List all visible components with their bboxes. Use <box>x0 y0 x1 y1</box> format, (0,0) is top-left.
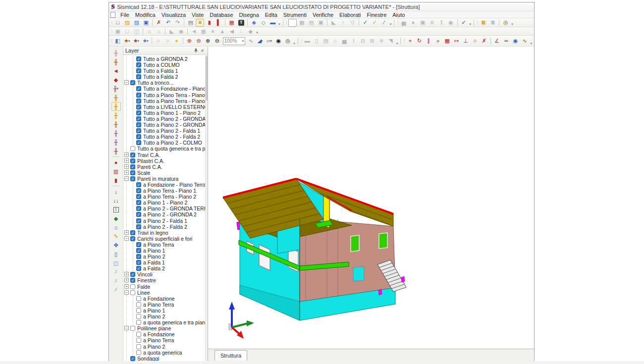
layer-scrollbar[interactable] <box>205 55 208 362</box>
menu-aiuto[interactable]: Aiuto <box>389 12 408 18</box>
truss2-icon[interactable]: ⌂ <box>155 27 163 35</box>
expand-icon[interactable]: + <box>124 170 129 175</box>
layer-row[interactable]: ✓a Piano Terra - Piano 1 <box>123 188 205 194</box>
layer-row[interactable]: ✓a Fondazione <box>123 296 205 302</box>
zoom-all-icon[interactable]: ◎ <box>284 37 292 46</box>
region-icon[interactable]: ○ <box>471 37 479 46</box>
layer-checkbox[interactable]: ✓ <box>136 128 141 133</box>
light-b-icon[interactable]: ○ <box>163 37 172 46</box>
layer-checkbox[interactable]: ✓ <box>130 284 135 289</box>
database-edit-icon[interactable]: ≣ <box>488 19 497 27</box>
close-build-icon[interactable]: ⊞ <box>368 37 376 46</box>
layer-checkbox[interactable]: ✓ <box>130 153 135 157</box>
brush-icon[interactable]: ∿ <box>521 37 529 46</box>
explode-icon[interactable]: ✗ <box>480 37 488 46</box>
wall-red-icon[interactable]: ▌ <box>215 19 223 27</box>
cannon-tool-icon[interactable]: ◄ <box>190 27 198 35</box>
layer-checkbox[interactable]: ✓ <box>130 236 135 241</box>
save-icon[interactable]: ▣ <box>142 19 150 27</box>
collapse-icon[interactable]: − <box>124 290 129 295</box>
layer-checkbox[interactable]: ✓ <box>136 308 141 313</box>
group-icon[interactable]: ◉ <box>511 37 520 46</box>
layer-row[interactable]: ✓Tutto a COLMO <box>123 62 205 68</box>
layer-row[interactable]: −✓Pareti in muratura <box>123 176 205 182</box>
terrain-icon[interactable]: ◆ <box>111 214 121 223</box>
layer-row[interactable]: ✓a Piano 2 <box>123 254 205 260</box>
redo-icon[interactable]: ↷ <box>173 19 182 27</box>
image-tool-icon[interactable]: ▣ <box>317 19 325 27</box>
layer-checkbox[interactable]: ✓ <box>136 242 141 247</box>
named-view-icon[interactable]: ★▾ <box>132 37 141 46</box>
check-options-icon[interactable]: ✓ <box>361 19 370 27</box>
layer-row[interactable]: +✓Scale <box>123 170 205 176</box>
layer-row[interactable]: +✓Finestre <box>123 277 205 283</box>
layer-checkbox[interactable]: ✓ <box>130 164 135 169</box>
layer-row[interactable]: −✓Linee <box>123 290 205 296</box>
layer-row[interactable]: ✓Tutto a Piano 2 - GRONDA 2 <box>123 122 205 128</box>
layer-checkbox[interactable]: ✓ <box>130 80 135 85</box>
layer-row[interactable]: ✓Tutto a Fondazione - Piano Terra <box>123 86 205 92</box>
layer-checkbox[interactable]: ✓ <box>130 290 135 295</box>
gear-build-icon[interactable]: ※ <box>377 37 386 46</box>
layer-row[interactable]: ✓a Fondazione <box>123 331 205 337</box>
layer-row[interactable]: ✓a Piano Terra <box>123 242 205 248</box>
layer-row[interactable]: ✓Tutto a Falda 2 <box>123 74 205 80</box>
collapse-icon[interactable]: − <box>124 326 129 330</box>
window-frame2-icon[interactable]: ◫ <box>111 259 121 267</box>
corner-build-icon[interactable]: ◥ <box>386 37 395 46</box>
layer-checkbox[interactable]: ✓ <box>136 86 141 91</box>
layer-checkbox[interactable]: ✓ <box>136 68 141 73</box>
layer-checkbox[interactable]: ✓ <box>136 188 141 193</box>
sphere-red-icon[interactable]: ● <box>111 158 121 167</box>
layer-checkbox[interactable]: ✓ <box>136 212 141 217</box>
layer-row[interactable]: −✓Tutto a tronco... <box>123 80 205 86</box>
mirror-icon[interactable]: ∥ <box>425 37 433 46</box>
preview-icon[interactable]: ▤ <box>186 19 195 27</box>
foundation-build-icon[interactable]: ▅ <box>340 37 349 46</box>
layer-row[interactable]: ✓a Piano 1 <box>123 308 205 313</box>
orbit-icon[interactable]: ✤ <box>111 241 121 250</box>
layer-checkbox[interactable]: ✓ <box>136 134 141 139</box>
tab-struttura[interactable]: Struttura <box>215 350 247 361</box>
layer-checkbox[interactable]: ✓ <box>136 182 141 187</box>
expand-icon[interactable]: + <box>124 158 129 163</box>
panel-tool-icon[interactable]: ▦ <box>199 27 208 35</box>
column-red-icon[interactable]: ▮ <box>205 19 214 27</box>
photo-tool-icon[interactable]: ▣ <box>419 19 427 27</box>
scrollbar-thumb[interactable] <box>206 56 208 101</box>
layer-row[interactable]: ✓Tutto a quota generica e tra piani <box>123 146 205 152</box>
layer-checkbox[interactable]: ✓ <box>130 326 135 331</box>
frame-icon[interactable]: □ <box>123 27 131 35</box>
toolbar-handle[interactable]: ⁝ <box>111 20 112 25</box>
zoom-selected-icon[interactable]: ◉ <box>274 37 283 46</box>
basket-tool-icon[interactable]: ◉ <box>177 27 185 35</box>
layer-checkbox[interactable]: ✓ <box>136 122 141 127</box>
lift-tool-icon[interactable]: ↥ <box>437 19 446 27</box>
menu-database[interactable]: Database <box>207 12 236 18</box>
zoom-level-select[interactable]: 100%▾ <box>223 37 245 45</box>
layer-row[interactable]: ✓a Piano 1 <box>123 248 205 254</box>
slab-build-icon[interactable]: ▤ <box>322 37 330 46</box>
layer-checkbox[interactable]: ✓ <box>136 62 141 67</box>
chevron-down-icon[interactable]: ▾ <box>117 87 119 91</box>
layer-checkbox[interactable]: ✓ <box>136 332 141 337</box>
layer-checkbox[interactable]: ✓ <box>130 278 135 283</box>
light-a-icon[interactable]: ○ <box>154 37 162 46</box>
layer-row[interactable]: ✓a Piano Terra - Piano 2 <box>123 194 205 200</box>
database-icon[interactable]: ≣ <box>479 19 487 27</box>
menu-strumenti[interactable]: Strumenti <box>280 12 310 18</box>
menu-viste[interactable]: Viste <box>189 12 207 18</box>
layer-manager-icon[interactable]: ≡ <box>196 19 204 27</box>
layer-row[interactable]: ✓Tutto a Piano 2 - COLMO <box>123 140 205 146</box>
layer-row[interactable]: ✓a Piano 2 <box>123 344 205 350</box>
layer-checkbox[interactable]: ✓ <box>136 218 141 223</box>
layer-checkbox[interactable]: ✓ <box>136 350 141 355</box>
layer-row[interactable]: ✓Tutto a GRONDA 2 <box>123 56 205 62</box>
layer-checkbox[interactable]: ✓ <box>136 248 141 253</box>
expand-icon[interactable]: + <box>124 230 129 235</box>
menu-finestre[interactable]: Finestre <box>364 12 390 18</box>
layer-row[interactable]: ✓Tutto a Piano 1 - Piano 2 <box>123 110 205 116</box>
layer-checkbox[interactable]: ✓ <box>136 296 141 301</box>
layer-row[interactable]: ✓Tutto a Piano 2 - GRONDA TERRAZZO <box>123 116 205 122</box>
expand-icon[interactable]: + <box>124 278 129 282</box>
